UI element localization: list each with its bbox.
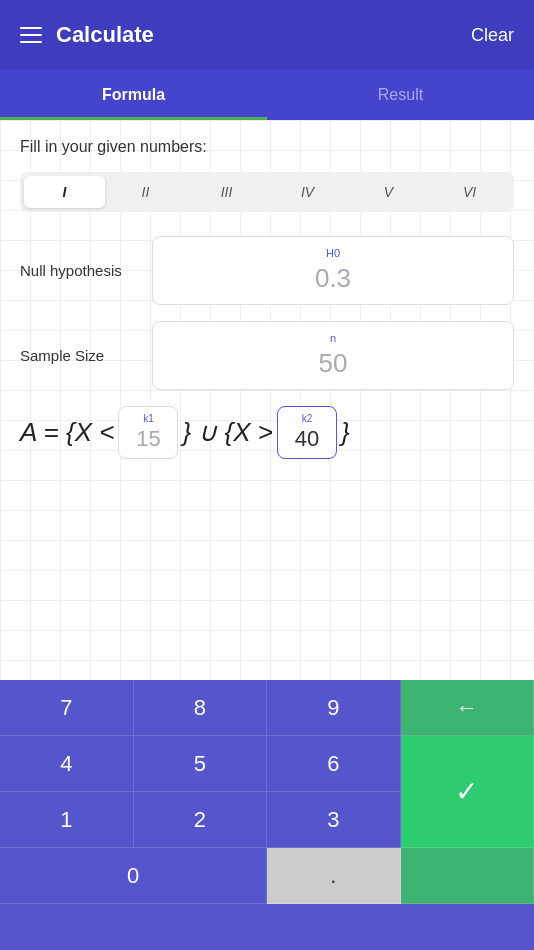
k1-input[interactable]: k1 15 [118, 406, 178, 459]
formula-middle: } ∪ {X > [182, 417, 273, 448]
roman-tab-III[interactable]: III [186, 176, 267, 208]
k2-value: 40 [295, 426, 319, 452]
numpad: 7 8 9 ← 4 5 6 ✓ 1 2 3 0 . [0, 680, 534, 950]
roman-tab-VI[interactable]: VI [429, 176, 510, 208]
key-right-empty [401, 848, 535, 904]
roman-tab-I[interactable]: I [24, 176, 105, 208]
tab-formula[interactable]: Formula [0, 70, 267, 120]
backspace-button[interactable]: ← [401, 680, 535, 736]
key-7[interactable]: 7 [0, 680, 134, 736]
confirm-button[interactable]: ✓ [401, 736, 535, 848]
n-label: n [169, 332, 497, 344]
key-dot[interactable]: . [267, 848, 401, 904]
backspace-icon: ← [456, 695, 478, 721]
key-9[interactable]: 9 [267, 680, 401, 736]
formula-prefix: A = {X < [20, 417, 114, 448]
key-1[interactable]: 1 [0, 792, 134, 848]
key-4[interactable]: 4 [0, 736, 134, 792]
h0-label: H0 [169, 247, 497, 259]
sample-size-label: Sample Size [20, 347, 140, 364]
k1-value: 15 [136, 426, 160, 452]
roman-tab-IV[interactable]: IV [267, 176, 348, 208]
formula-row: A = {X < k1 15 } ∪ {X > k2 40 } [20, 406, 514, 459]
roman-tab-II[interactable]: II [105, 176, 186, 208]
content-area: Fill in your given numbers: I II III IV … [0, 120, 534, 680]
formula-suffix: } [341, 417, 350, 448]
app-title: Calculate [56, 22, 154, 48]
null-hypothesis-row: Null hypothesis H0 0.3 [20, 236, 514, 305]
clear-button[interactable]: Clear [471, 25, 514, 46]
sample-size-row: Sample Size n 50 [20, 321, 514, 390]
key-6[interactable]: 6 [267, 736, 401, 792]
tab-result[interactable]: Result [267, 70, 534, 120]
tab-bar: Formula Result [0, 70, 534, 120]
h0-value: 0.3 [315, 263, 351, 294]
null-hypothesis-label: Null hypothesis [20, 262, 140, 279]
header-left: Calculate [20, 22, 154, 48]
hamburger-icon[interactable] [20, 27, 42, 43]
n-value: 50 [319, 348, 348, 379]
roman-tab-V[interactable]: V [348, 176, 429, 208]
roman-tab-bar: I II III IV V VI [20, 172, 514, 212]
key-3[interactable]: 3 [267, 792, 401, 848]
header: Calculate Clear [0, 0, 534, 70]
key-2[interactable]: 2 [134, 792, 268, 848]
k2-input[interactable]: k2 40 [277, 406, 337, 459]
fill-label: Fill in your given numbers: [20, 138, 514, 156]
key-0[interactable]: 0 [0, 848, 267, 904]
k1-label: k1 [143, 413, 154, 424]
key-8[interactable]: 8 [134, 680, 268, 736]
k2-label: k2 [302, 413, 313, 424]
sample-size-input[interactable]: n 50 [152, 321, 514, 390]
check-icon: ✓ [455, 775, 478, 808]
null-hypothesis-input[interactable]: H0 0.3 [152, 236, 514, 305]
key-5[interactable]: 5 [134, 736, 268, 792]
